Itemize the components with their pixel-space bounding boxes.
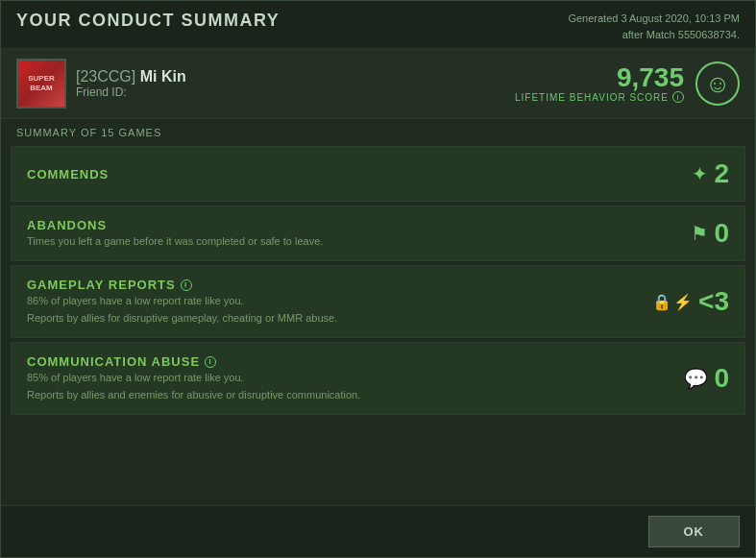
avatar: SUPER BEAM xyxy=(16,59,66,109)
communication-abuse-right: 💬 0 xyxy=(652,363,729,394)
commends-title: COMMENDS xyxy=(27,167,109,182)
lock-icon: 🔒 xyxy=(652,293,671,311)
commends-star-icon: ✦ xyxy=(692,162,708,185)
abandons-value: 0 xyxy=(714,218,729,249)
avatar-text-line1: SUPER xyxy=(28,74,55,84)
main-content: COMMENDS ✦ 2 ABANDONS Times you left a g… xyxy=(1,146,755,505)
communication-abuse-info-icon[interactable]: i xyxy=(205,356,216,368)
commends-left: COMMENDS xyxy=(27,167,109,182)
profile-row: SUPER BEAM [23CCG] Mi Kin Friend ID: 9,7… xyxy=(1,49,755,119)
friend-id: Friend ID: xyxy=(76,85,186,99)
profile-username: Mi Kin xyxy=(140,68,186,85)
summary-header: SUMMARY OF 15 GAMES xyxy=(1,119,755,146)
gameplay-reports-subtitle2: Reports by allies for disruptive gamepla… xyxy=(27,311,337,326)
footer: OK xyxy=(1,505,755,557)
commends-right: ✦ 2 xyxy=(652,158,729,189)
profile-left: SUPER BEAM [23CCG] Mi Kin Friend ID: xyxy=(16,59,186,109)
ok-button[interactable]: OK xyxy=(648,516,741,547)
communication-abuse-subtitle2: Reports by allies and enemies for abusiv… xyxy=(27,388,360,402)
profile-name: [23CCG] Mi Kin xyxy=(76,68,186,85)
gameplay-reports-info-icon[interactable]: i xyxy=(181,279,192,291)
gameplay-reports-subtitle: 86% of players have a low report rate li… xyxy=(27,294,337,308)
profile-name-block: [23CCG] Mi Kin Friend ID: xyxy=(76,68,186,99)
title-bar: YOUR CONDUCT SUMMARY Generated 3 August … xyxy=(1,1,755,49)
profile-right: 9,735 LIFETIME BEHAVIOR SCORE i ☺ xyxy=(515,61,740,106)
gameplay-reports-icons: 🔒 ⚡ xyxy=(652,293,693,311)
abandons-subtitle: Times you left a game before it was comp… xyxy=(27,234,323,249)
abandons-left: ABANDONS Times you left a game before it… xyxy=(27,218,323,249)
commends-value: 2 xyxy=(714,158,729,189)
avatar-text-line2: BEAM xyxy=(30,84,53,93)
generation-info: Generated 3 August 2020, 10:13 PM after … xyxy=(568,11,740,42)
smiley-icon: ☺ xyxy=(695,61,740,106)
gameplay-reports-left: GAMEPLAY REPORTS i 86% of players have a… xyxy=(27,278,337,326)
behavior-score-info-icon[interactable]: i xyxy=(672,91,684,103)
behavior-score-number: 9,735 xyxy=(515,64,684,91)
communication-abuse-left: COMMUNICATION ABUSE i 85% of players hav… xyxy=(27,354,360,402)
communication-abuse-subtitle: 85% of players have a low report rate li… xyxy=(27,371,360,385)
behavior-score-block: 9,735 LIFETIME BEHAVIOR SCORE i xyxy=(515,64,684,103)
communication-abuse-value: 0 xyxy=(714,363,729,394)
friend-id-label: Friend ID: xyxy=(76,85,127,99)
gameplay-reports-title: GAMEPLAY REPORTS i xyxy=(27,278,337,292)
gameplay-reports-row: GAMEPLAY REPORTS i 86% of players have a… xyxy=(11,265,745,338)
gameplay-reports-value: <3 xyxy=(698,286,729,317)
conduct-summary-dialog: YOUR CONDUCT SUMMARY Generated 3 August … xyxy=(0,0,756,558)
abandons-row: ABANDONS Times you left a game before it… xyxy=(11,206,745,261)
match-line: after Match 5550638734. xyxy=(568,27,740,43)
abandons-title: ABANDONS xyxy=(27,218,323,232)
behavior-score-label: LIFETIME BEHAVIOR SCORE i xyxy=(515,91,684,103)
profile-tag: [23CCG] xyxy=(76,68,135,85)
commends-row: COMMENDS ✦ 2 xyxy=(11,146,745,202)
speech-bubble-icon: 💬 xyxy=(684,367,708,390)
communication-abuse-row: COMMUNICATION ABUSE i 85% of players hav… xyxy=(11,342,745,415)
abandons-right: ⚑ 0 xyxy=(652,218,729,249)
page-title: YOUR CONDUCT SUMMARY xyxy=(16,11,280,31)
communication-abuse-title: COMMUNICATION ABUSE i xyxy=(27,354,360,369)
gameplay-reports-right: 🔒 ⚡ <3 xyxy=(652,286,729,317)
abandons-flag-icon: ⚑ xyxy=(691,222,708,245)
lightning-icon: ⚡ xyxy=(673,293,693,311)
generated-line: Generated 3 August 2020, 10:13 PM xyxy=(568,11,740,27)
